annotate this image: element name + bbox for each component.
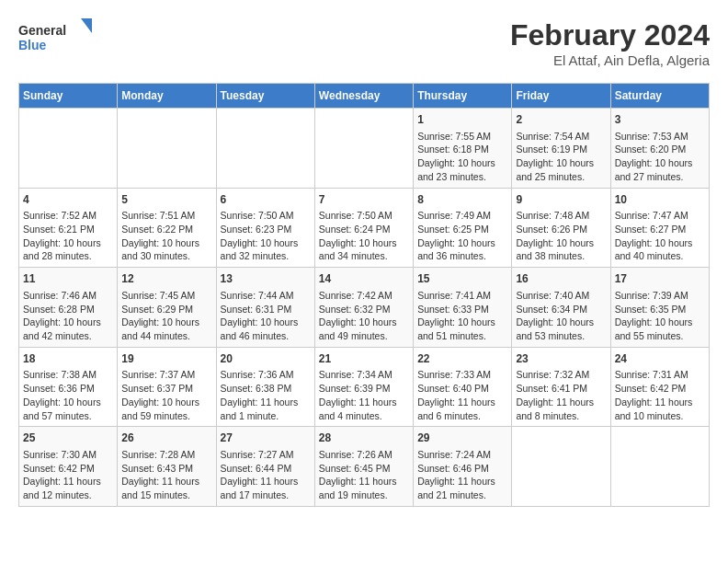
- day-info: Daylight: 10 hours: [121, 236, 211, 250]
- calendar-header-tuesday: Tuesday: [216, 84, 314, 109]
- svg-marker-2: [81, 18, 92, 33]
- day-info: Sunset: 6:25 PM: [417, 223, 507, 236]
- day-number: 19: [121, 351, 211, 367]
- day-info: Sunrise: 7:34 AM: [319, 368, 409, 382]
- calendar-cell: 20Sunrise: 7:36 AMSunset: 6:38 PMDayligh…: [216, 347, 314, 427]
- day-number: 14: [319, 271, 409, 287]
- day-number: 6: [221, 192, 311, 208]
- calendar-cell: 10Sunrise: 7:47 AMSunset: 6:27 PMDayligh…: [610, 188, 709, 268]
- calendar-cell: 29Sunrise: 7:24 AMSunset: 6:46 PMDayligh…: [414, 427, 512, 507]
- day-info: and 6 minutes.: [417, 409, 507, 423]
- day-info: and 12 minutes.: [23, 488, 113, 502]
- day-number: 21: [319, 351, 409, 367]
- day-info: and 51 minutes.: [417, 329, 507, 343]
- calendar-cell: 3Sunrise: 7:53 AMSunset: 6:20 PMDaylight…: [610, 109, 709, 189]
- day-info: and 53 minutes.: [516, 329, 606, 343]
- calendar-cell: [19, 109, 118, 189]
- day-info: Daylight: 10 hours: [417, 316, 507, 329]
- day-info: Daylight: 10 hours: [121, 396, 211, 409]
- day-info: Daylight: 11 hours: [615, 396, 705, 409]
- main-title: February 2024: [510, 18, 710, 52]
- day-info: Daylight: 11 hours: [221, 475, 311, 488]
- day-number: 23: [516, 351, 606, 367]
- day-info: Sunrise: 7:37 AM: [121, 368, 211, 382]
- calendar-cell: 9Sunrise: 7:48 AMSunset: 6:26 PMDaylight…: [512, 188, 610, 268]
- day-info: Sunrise: 7:41 AM: [417, 289, 507, 303]
- day-info: Sunrise: 7:50 AM: [221, 209, 311, 223]
- day-info: Sunset: 6:28 PM: [23, 303, 113, 316]
- day-info: Sunrise: 7:26 AM: [319, 448, 409, 462]
- day-info: Sunset: 6:43 PM: [121, 462, 211, 476]
- day-info: Daylight: 11 hours: [319, 475, 409, 488]
- calendar-header-friday: Friday: [512, 84, 610, 109]
- day-info: Sunrise: 7:24 AM: [417, 448, 507, 462]
- calendar-cell: 25Sunrise: 7:30 AMSunset: 6:42 PMDayligh…: [19, 427, 118, 507]
- calendar-cell: 17Sunrise: 7:39 AMSunset: 6:35 PMDayligh…: [610, 268, 709, 348]
- day-info: Daylight: 10 hours: [221, 236, 311, 250]
- day-number: 8: [417, 192, 507, 208]
- calendar-cell: 24Sunrise: 7:31 AMSunset: 6:42 PMDayligh…: [610, 347, 709, 427]
- day-info: and 27 minutes.: [615, 170, 705, 184]
- day-info: Daylight: 10 hours: [516, 156, 606, 170]
- day-info: Sunrise: 7:40 AM: [516, 289, 606, 303]
- day-info: Daylight: 11 hours: [417, 475, 507, 488]
- day-number: 7: [319, 192, 409, 208]
- calendar-cell: 8Sunrise: 7:49 AMSunset: 6:25 PMDaylight…: [414, 188, 512, 268]
- day-info: Sunrise: 7:54 AM: [516, 130, 606, 144]
- day-info: and 15 minutes.: [121, 488, 211, 502]
- day-info: and 23 minutes.: [417, 170, 507, 184]
- subtitle: El Attaf, Ain Defla, Algeria: [510, 52, 710, 68]
- day-info: and 25 minutes.: [516, 170, 606, 184]
- day-info: Daylight: 10 hours: [319, 236, 409, 250]
- day-info: Sunset: 6:26 PM: [516, 223, 606, 236]
- day-number: 17: [615, 271, 705, 287]
- calendar-cell: 19Sunrise: 7:37 AMSunset: 6:37 PMDayligh…: [118, 347, 216, 427]
- day-info: Daylight: 11 hours: [121, 475, 211, 488]
- day-number: 13: [221, 271, 311, 287]
- calendar-cell: 23Sunrise: 7:32 AMSunset: 6:41 PMDayligh…: [512, 347, 610, 427]
- day-info: Sunrise: 7:50 AM: [319, 209, 409, 223]
- day-info: Sunrise: 7:31 AM: [615, 368, 705, 382]
- day-info: Sunrise: 7:55 AM: [417, 130, 507, 144]
- day-number: 10: [615, 192, 705, 208]
- day-info: Sunset: 6:27 PM: [615, 223, 705, 236]
- logo: General Blue: [18, 18, 92, 55]
- day-number: 1: [417, 112, 507, 128]
- day-info: Daylight: 11 hours: [319, 396, 409, 409]
- day-info: Daylight: 10 hours: [615, 156, 705, 170]
- day-info: Daylight: 10 hours: [516, 236, 606, 250]
- day-info: Sunrise: 7:49 AM: [417, 209, 507, 223]
- day-info: Sunset: 6:19 PM: [516, 143, 606, 156]
- day-info: Sunset: 6:41 PM: [516, 382, 606, 396]
- day-info: Daylight: 10 hours: [23, 236, 113, 250]
- day-info: and 17 minutes.: [221, 488, 311, 502]
- day-info: Sunset: 6:29 PM: [121, 303, 211, 316]
- day-info: and 40 minutes.: [615, 249, 705, 263]
- day-info: and 32 minutes.: [221, 249, 311, 263]
- day-number: 20: [221, 351, 311, 367]
- day-number: 9: [516, 192, 606, 208]
- day-info: Sunset: 6:44 PM: [221, 462, 311, 476]
- calendar-header-saturday: Saturday: [610, 84, 709, 109]
- day-number: 27: [221, 431, 311, 446]
- page-header: General Blue February 2024 El Attaf, Ain…: [18, 18, 710, 68]
- day-info: Sunset: 6:20 PM: [615, 143, 705, 156]
- day-number: 22: [417, 351, 507, 367]
- calendar-cell: 27Sunrise: 7:27 AMSunset: 6:44 PMDayligh…: [216, 427, 314, 507]
- day-info: Daylight: 10 hours: [319, 316, 409, 329]
- day-info: Sunset: 6:39 PM: [319, 382, 409, 396]
- day-info: Sunset: 6:33 PM: [417, 303, 507, 316]
- day-info: Sunrise: 7:39 AM: [615, 289, 705, 303]
- calendar-header-wednesday: Wednesday: [314, 84, 413, 109]
- calendar-cell: 4Sunrise: 7:52 AMSunset: 6:21 PMDaylight…: [19, 188, 118, 268]
- day-info: Sunrise: 7:47 AM: [615, 209, 705, 223]
- day-info: Daylight: 10 hours: [417, 236, 507, 250]
- day-info: and 19 minutes.: [319, 488, 409, 502]
- day-info: and 42 minutes.: [23, 329, 113, 343]
- day-info: Sunrise: 7:27 AM: [221, 448, 311, 462]
- day-info: Daylight: 10 hours: [615, 236, 705, 250]
- day-info: Daylight: 10 hours: [23, 316, 113, 329]
- day-info: and 30 minutes.: [121, 249, 211, 263]
- day-info: and 59 minutes.: [121, 409, 211, 423]
- day-info: Daylight: 10 hours: [23, 396, 113, 409]
